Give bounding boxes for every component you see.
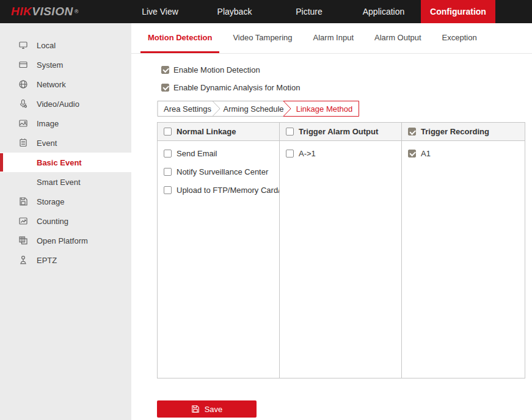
sidebar-item-label: System bbox=[37, 60, 63, 70]
grid-icon bbox=[18, 236, 28, 245]
trigger-alarm-output-column: A->1 bbox=[280, 141, 402, 378]
table-header-row: Normal Linkage Trigger Alarm Output Trig… bbox=[158, 123, 525, 141]
item-label: Send Email bbox=[177, 149, 217, 158]
nav-configuration[interactable]: Configuration bbox=[421, 0, 495, 23]
linkage-method-table: Normal Linkage Trigger Alarm Output Trig… bbox=[157, 122, 525, 378]
tab-alarm-output[interactable]: Alarm Output bbox=[367, 23, 429, 53]
nav-playback[interactable]: Playback bbox=[197, 0, 272, 23]
item-label: Upload to FTP/Memory Card/... bbox=[177, 186, 279, 195]
enable-dynamic-analysis-row: Enable Dynamic Analysis for Motion bbox=[161, 82, 300, 92]
list-item-upload-to-ftp: Upload to FTP/Memory Card/... bbox=[158, 181, 279, 199]
sidebar-item-label: Basic Event bbox=[37, 158, 82, 167]
nav-application[interactable]: Application bbox=[346, 0, 421, 23]
list-item-notify-surveillance-center: Notify Surveillance Center bbox=[158, 162, 279, 181]
sidebar-item-image[interactable]: Image bbox=[0, 114, 131, 133]
normal-linkage-column: Send Email Notify Surveillance Center Up… bbox=[158, 141, 280, 378]
joystick-icon bbox=[18, 255, 28, 265]
enable-dynamic-analysis-checkbox[interactable] bbox=[161, 84, 169, 92]
list-item-a1-recording: A1 bbox=[402, 144, 525, 162]
sidebar-item-system[interactable]: System bbox=[0, 55, 131, 74]
counting-icon bbox=[18, 216, 28, 226]
enable-motion-detection-checkbox[interactable] bbox=[161, 66, 169, 74]
header-label: Trigger Alarm Output bbox=[299, 127, 378, 136]
main-nav: Live View Playback Picture Application C… bbox=[123, 0, 495, 23]
calendar-icon bbox=[18, 138, 28, 148]
registered-trademark: ® bbox=[75, 9, 79, 15]
trigger-alarm-output-checkbox[interactable] bbox=[286, 128, 294, 136]
table-body: Send Email Notify Surveillance Center Up… bbox=[158, 141, 525, 378]
sidebar-item-label: Counting bbox=[37, 217, 68, 226]
item-label: Notify Surveillance Center bbox=[177, 167, 268, 176]
event-tabs: Motion Detection Video Tampering Alarm I… bbox=[131, 23, 532, 54]
tab-exception[interactable]: Exception bbox=[435, 23, 484, 53]
enable-motion-detection-label: Enable Motion Detection bbox=[173, 65, 260, 74]
sidebar-item-label: Local bbox=[37, 41, 56, 50]
sidebar-item-event[interactable]: Event bbox=[0, 133, 131, 153]
image-icon bbox=[18, 118, 28, 128]
enable-options: Enable Motion Detection Enable Dynamic A… bbox=[161, 65, 300, 92]
linkage-subtabs: Area Settings Arming Schedule Linkage Me… bbox=[157, 100, 360, 117]
save-button[interactable]: Save bbox=[157, 400, 257, 418]
sidebar-item-open-platform[interactable]: Open Platform bbox=[0, 231, 131, 250]
save-floppy-icon bbox=[191, 405, 200, 413]
logo-hik: HIK bbox=[11, 5, 32, 18]
tab-motion-detection[interactable]: Motion Detection bbox=[140, 23, 219, 53]
globe-icon bbox=[18, 79, 28, 89]
sidebar-item-storage[interactable]: Storage bbox=[0, 192, 131, 211]
top-nav-bar: HIKVISION® Live View Playback Picture Ap… bbox=[0, 0, 532, 23]
sidebar-item-label: Video/Audio bbox=[37, 100, 79, 109]
sidebar-item-basic-event[interactable]: Basic Event bbox=[0, 153, 131, 172]
send-email-checkbox[interactable] bbox=[164, 150, 172, 158]
sidebar-item-label: Event bbox=[37, 139, 57, 148]
sidebar-item-label: Open Platform bbox=[37, 236, 88, 245]
subtab-arming-schedule[interactable]: Arming Schedule bbox=[220, 100, 287, 117]
floppy-icon bbox=[18, 197, 28, 206]
sidebar-item-label: Storage bbox=[37, 197, 65, 206]
list-item-send-email: Send Email bbox=[158, 144, 279, 162]
tab-alarm-input[interactable]: Alarm Input bbox=[306, 23, 361, 53]
sidebar-item-label: Image bbox=[37, 119, 59, 128]
trigger-recording-column: A1 bbox=[402, 141, 525, 378]
item-label: A->1 bbox=[299, 149, 316, 158]
hikvision-logo: HIKVISION® bbox=[0, 0, 123, 23]
subtab-area-settings[interactable]: Area Settings bbox=[157, 100, 218, 117]
notify-surveillance-center-checkbox[interactable] bbox=[164, 168, 172, 176]
enable-motion-detection-row: Enable Motion Detection bbox=[161, 65, 300, 74]
item-label: A1 bbox=[421, 149, 431, 158]
sidebar-item-video-audio[interactable]: Video/Audio bbox=[0, 94, 131, 114]
sidebar-item-smart-event[interactable]: Smart Event bbox=[0, 172, 131, 192]
save-button-label: Save bbox=[205, 405, 223, 414]
header-trigger-alarm-output: Trigger Alarm Output bbox=[280, 123, 402, 140]
list-item-a1-output: A->1 bbox=[280, 144, 401, 162]
upload-to-ftp-checkbox[interactable] bbox=[164, 186, 172, 194]
sidebar-item-label: Smart Event bbox=[37, 178, 81, 187]
enable-dynamic-analysis-label: Enable Dynamic Analysis for Motion bbox=[173, 83, 300, 92]
sidebar: Local System Network Video/Audio Image bbox=[0, 23, 131, 420]
content-panel: Motion Detection Video Tampering Alarm I… bbox=[131, 23, 532, 420]
sidebar-item-network[interactable]: Network bbox=[0, 74, 131, 94]
trigger-recording-checkbox[interactable] bbox=[408, 128, 416, 136]
sidebar-item-counting[interactable]: Counting bbox=[0, 211, 131, 231]
subtab-linkage-method[interactable]: Linkage Method bbox=[291, 100, 358, 117]
header-label: Trigger Recording bbox=[421, 127, 489, 136]
header-label: Normal Linkage bbox=[177, 127, 236, 136]
microphone-icon bbox=[18, 99, 28, 109]
header-trigger-recording: Trigger Recording bbox=[402, 123, 525, 140]
tab-video-tampering[interactable]: Video Tampering bbox=[225, 23, 299, 53]
sidebar-item-eptz[interactable]: EPTZ bbox=[0, 250, 131, 270]
hikvision-config-screen: HIKVISION® Live View Playback Picture Ap… bbox=[0, 0, 532, 420]
sidebar-item-local[interactable]: Local bbox=[0, 35, 131, 55]
header-normal-linkage: Normal Linkage bbox=[158, 123, 280, 140]
sidebar-item-label: EPTZ bbox=[37, 256, 57, 265]
normal-linkage-checkbox[interactable] bbox=[164, 128, 172, 136]
a1-output-checkbox[interactable] bbox=[286, 150, 294, 158]
monitor-icon bbox=[18, 40, 28, 50]
nav-picture[interactable]: Picture bbox=[272, 0, 346, 23]
sidebar-item-label: Network bbox=[37, 80, 66, 89]
logo-vision: VISION bbox=[32, 5, 73, 18]
nav-live-view[interactable]: Live View bbox=[123, 0, 197, 23]
window-icon bbox=[18, 60, 28, 70]
a1-recording-checkbox[interactable] bbox=[408, 150, 416, 158]
